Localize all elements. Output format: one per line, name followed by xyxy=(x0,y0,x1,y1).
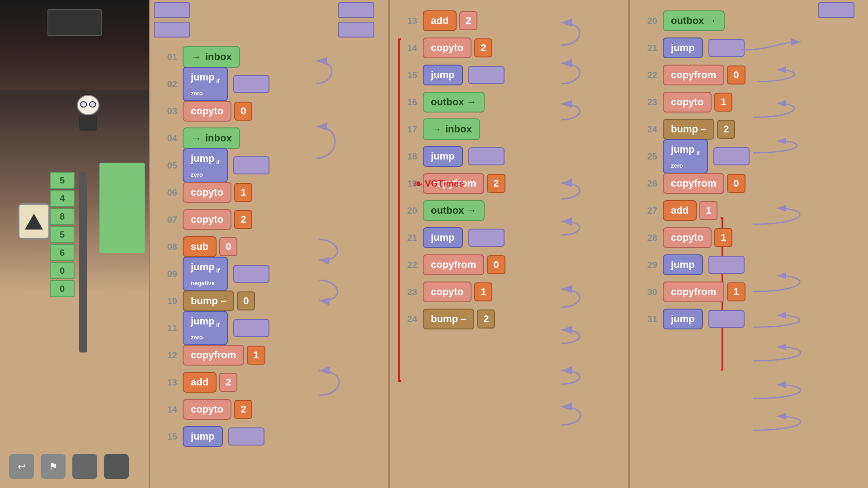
instruction-15[interactable]: jump xyxy=(183,426,264,447)
p3-add-btn-27[interactable]: add xyxy=(663,200,697,221)
p2-bump-minus-btn-24[interactable]: bump – xyxy=(423,309,474,329)
p2-instruction-16[interactable]: outbox → xyxy=(423,92,485,113)
instruction-11[interactable]: jump ifzero xyxy=(183,311,269,346)
copyto-btn-06[interactable]: copyto xyxy=(183,182,231,203)
p3-instruction-22[interactable]: copyfrom 0 xyxy=(663,65,745,85)
instruction-04[interactable]: →inbox xyxy=(183,127,240,149)
p2-instruction-13[interactable]: add 2 xyxy=(423,10,477,31)
p2-copyfrom-btn-22[interactable]: copyfrom xyxy=(423,254,484,275)
add-btn-13[interactable]: add xyxy=(183,372,217,393)
p2-jump-btn-21[interactable]: jump xyxy=(423,227,463,248)
line-04: 04 →inbox xyxy=(159,127,379,150)
flag-button[interactable]: ⚑ xyxy=(41,454,66,479)
p2-line-20: 20 outbox → xyxy=(399,199,619,222)
jump-zero-btn-02[interactable]: jump ifzero xyxy=(183,67,228,102)
p3-instruction-29[interactable]: jump xyxy=(663,254,745,275)
p2-jump-target-18[interactable] xyxy=(468,147,505,165)
p3-instruction-28[interactable]: copyto 1 xyxy=(663,227,732,248)
instruction-06[interactable]: copyto 1 xyxy=(183,182,252,203)
p3-instruction-24[interactable]: bump – 2 xyxy=(663,119,735,140)
jump-zero-btn-11[interactable]: jump ifzero xyxy=(183,311,228,346)
p3-bump-minus-btn-24[interactable]: bump – xyxy=(663,119,714,140)
p3-jump-zero-btn-25[interactable]: jump ifzero xyxy=(663,139,708,174)
p2-line-13: 13 add 2 xyxy=(399,9,619,33)
instruction-08[interactable]: sub 0 xyxy=(183,236,237,257)
p3-instruction-31[interactable]: jump xyxy=(663,309,745,329)
p2-instruction-15[interactable]: jump xyxy=(423,65,505,85)
p2-instruction-17[interactable]: →inbox xyxy=(423,118,480,140)
p2-instruction-20[interactable]: outbox → xyxy=(423,200,485,221)
inbox-btn-04[interactable]: →inbox xyxy=(183,127,240,149)
jump-target-15[interactable] xyxy=(228,427,264,446)
watermark-text: VGTimes xyxy=(425,178,464,189)
p2-instruction-14[interactable]: copyto 2 xyxy=(423,38,492,58)
p3-jump-target-29[interactable] xyxy=(708,256,745,274)
play-button[interactable] xyxy=(72,454,97,479)
p2-outbox-btn-20[interactable]: outbox → xyxy=(423,200,485,221)
inbox-btn-01[interactable]: →inbox xyxy=(183,46,240,68)
line-03: 03 copyto 0 xyxy=(159,99,379,123)
p3-instruction-25[interactable]: jump ifzero xyxy=(663,139,750,174)
p3-jump-target-31[interactable] xyxy=(708,310,745,328)
jump-target-02[interactable] xyxy=(233,75,269,93)
p3-jump-btn-21[interactable]: jump xyxy=(663,38,703,58)
p3-line-21: 21 jump xyxy=(639,36,859,60)
p3-copyfrom-btn-26[interactable]: copyfrom xyxy=(663,173,724,194)
p3-jump-btn-29[interactable]: jump xyxy=(663,254,703,275)
instruction-01[interactable]: →inbox xyxy=(183,46,240,68)
instruction-13[interactable]: add 2 xyxy=(183,372,237,393)
p3-copyto-btn-23[interactable]: copyto xyxy=(663,92,712,113)
p3-outbox-btn-20[interactable]: outbox → xyxy=(663,10,725,31)
instruction-05[interactable]: jump ifzero xyxy=(183,148,269,183)
copyto-btn-07[interactable]: copyto xyxy=(183,209,231,230)
instruction-03[interactable]: copyto 0 xyxy=(183,101,252,122)
p2-jump-btn-15[interactable]: jump xyxy=(423,65,463,85)
instruction-09[interactable]: jump ifnegative xyxy=(183,257,269,291)
jump-target-11[interactable] xyxy=(233,319,269,337)
code-panel-3: 20 outbox → 21 jump 22 copyfrom 0 xyxy=(629,0,868,488)
instruction-10[interactable]: bump – 0 xyxy=(183,291,255,311)
p2-jump-btn-18[interactable]: jump xyxy=(423,146,463,167)
up-arrow-button[interactable] xyxy=(18,203,50,239)
p2-jump-target-15[interactable] xyxy=(468,66,505,84)
p2-instruction-23[interactable]: copyto 1 xyxy=(423,282,492,302)
p2-instruction-24[interactable]: bump – 2 xyxy=(423,309,495,329)
jump-zero-btn-05[interactable]: jump ifzero xyxy=(183,148,228,183)
p2-outbox-btn-16[interactable]: outbox → xyxy=(423,92,485,113)
p2-copyto-btn-23[interactable]: copyto xyxy=(423,282,472,302)
p3-copyfrom-btn-30[interactable]: copyfrom xyxy=(663,282,724,302)
p3-copyto-btn-28[interactable]: copyto xyxy=(663,227,712,248)
back-button[interactable]: ↩ xyxy=(9,454,34,479)
bump-minus-btn-10[interactable]: bump – xyxy=(183,291,234,311)
p3-instruction-26[interactable]: copyfrom 0 xyxy=(663,173,745,194)
p2-copyto-btn-14[interactable]: copyto xyxy=(423,38,472,58)
p3-jump-btn-31[interactable]: jump xyxy=(663,309,703,329)
sub-btn-08[interactable]: sub xyxy=(183,236,217,257)
instruction-07[interactable]: copyto 2 xyxy=(183,209,252,230)
instruction-12[interactable]: copyfrom 1 xyxy=(183,345,265,366)
p3-instruction-21[interactable]: jump xyxy=(663,38,745,58)
instruction-02[interactable]: jump ifzero xyxy=(183,67,269,102)
instruction-14[interactable]: copyto 2 xyxy=(183,399,252,420)
p2-add-btn-13[interactable]: add xyxy=(423,10,457,31)
jump-target-09[interactable] xyxy=(233,265,269,283)
p3-instruction-27[interactable]: add 1 xyxy=(663,200,717,221)
p3-instruction-30[interactable]: copyfrom 1 xyxy=(663,282,745,302)
p3-jump-target-25[interactable] xyxy=(713,147,750,165)
p2-instruction-18[interactable]: jump xyxy=(423,146,505,167)
p2-instruction-21[interactable]: jump xyxy=(423,227,505,248)
p3-jump-target-21[interactable] xyxy=(708,39,745,57)
jump-neg-btn-09[interactable]: jump ifnegative xyxy=(183,257,228,291)
jump-btn-15[interactable]: jump xyxy=(183,426,223,447)
copyfrom-btn-12[interactable]: copyfrom xyxy=(183,345,244,366)
p3-instruction-23[interactable]: copyto 1 xyxy=(663,92,732,113)
p2-jump-target-21[interactable] xyxy=(468,229,505,247)
copyto-btn-03[interactable]: copyto xyxy=(183,101,231,122)
p3-copyfrom-btn-22[interactable]: copyfrom xyxy=(663,65,724,85)
copyto-btn-14[interactable]: copyto xyxy=(183,399,231,420)
p3-instruction-20[interactable]: outbox → xyxy=(663,10,725,31)
p2-instruction-22[interactable]: copyfrom 0 xyxy=(423,254,505,275)
jump-target-05[interactable] xyxy=(233,156,269,174)
p2-inbox-btn-17[interactable]: →inbox xyxy=(423,118,480,140)
stack-item-2: 4 xyxy=(50,190,75,207)
